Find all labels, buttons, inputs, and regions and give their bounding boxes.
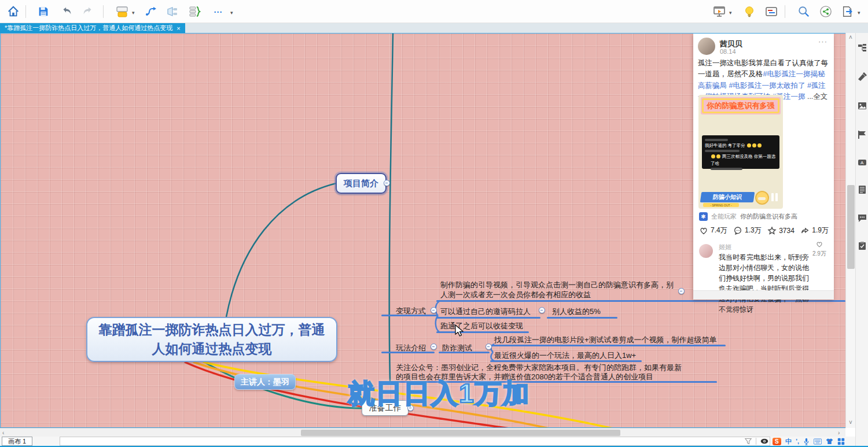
horizontal-scroll-thumb[interactable] [301,430,620,436]
topic-button[interactable] [113,3,131,20]
post-video-thumbnail[interactable]: 你的防骗意识有多强 我好牛逼的 考了零分 两三次都没及格 你第一题选了啥 防骗小… [698,95,783,209]
root-topic-label: 靠蹭孤注一掷防诈热点日入过万，普通人如何通过热点变现 [93,320,330,359]
tag-author: 全能玩家 [711,212,737,221]
branch-monetize-child2-sub[interactable]: 别人收益的5% [552,306,601,317]
document-tab[interactable]: *靠蹭孤注一掷防诈热点日入过万，普通人如何通过热点变现 × [0,23,185,33]
branch-play-sub1[interactable]: 找几段孤注一掷的电影片段+测试试卷剪成一个视频，制作超级简单 [494,335,717,345]
image-icon[interactable] [858,101,867,110]
topic-caret-icon[interactable]: ▾ [132,10,135,16]
intro-topic-node[interactable]: 项目简介 [336,173,387,194]
heart-icon [699,226,708,235]
watermark-text: 就日日入1万加 [348,376,531,412]
collapse-handle[interactable] [678,288,685,294]
video-banner-text: 你的防骗意识有多强 [702,98,779,113]
search-button[interactable] [795,3,812,20]
like-stat[interactable]: 7.4万 [699,226,727,235]
reference-post-panel: 茜贝贝 08.14 ··· 孤注一掷这电影我算是白看了认真做了每一道题，居然不及… [693,34,834,300]
collapse-handle[interactable] [486,343,492,350]
summary-button[interactable] [186,3,204,20]
ime-chinese-mode[interactable]: 中 [785,437,792,446]
comment-stat[interactable]: 1.3万 [733,226,762,235]
eye-icon[interactable] [760,438,768,444]
horizontal-scrollbar[interactable]: ‹ › [0,428,845,437]
scroll-down-icon[interactable]: ˅ [849,419,852,426]
idea-button[interactable] [741,3,758,20]
task-clipboard-icon[interactable] [858,241,867,250]
branch-monetize-child2[interactable]: 可以通过自己的邀请码拉人 [440,306,531,317]
sogou-logo-icon[interactable]: S [773,438,781,445]
tab-close-icon[interactable]: × [176,25,180,32]
collapse-handle[interactable] [431,307,437,313]
commenter-avatar[interactable] [699,244,713,258]
branch-monetize-child1[interactable]: 制作防骗的引导视频，引导观众点击测一测自己的防骗意识有多高，别人测一次或者充一次… [440,280,681,300]
note-button[interactable] [763,3,780,20]
scroll-right-icon[interactable]: › [838,430,840,436]
status-field[interactable] [60,437,770,446]
share-stat[interactable]: 1.9万 [800,226,829,235]
boundary-button[interactable] [164,3,181,20]
mindmap-canvas[interactable]: 变现方式 制作防骗的引导视频，引导观众点击测一测自己的防骗意识有多高，别人测一次… [0,33,845,428]
collapse-handle[interactable] [431,343,437,350]
notes-icon[interactable] [858,185,867,194]
redo-button[interactable] [79,3,97,20]
export-caret-icon[interactable]: ▾ [858,10,860,16]
toolbar-separator [103,5,104,18]
document-tab-title: *靠蹭孤注一掷防诈热点日入过万，普通人如何通过热点变现 [5,24,172,32]
presenter-label: 主讲人：墨羽 [241,377,289,387]
favorite-stat[interactable]: 3734 [767,226,795,235]
skin-tshirt-icon[interactable] [826,438,833,445]
root-topic-node[interactable]: 靠蹭孤注一掷防诈热点日入过万，普通人如何通过热点变现 [86,317,337,362]
video-comment2: 两三次都没及格 你第一题选了啥 [705,153,777,167]
status-bar: 画布 1 S 中 ’, [0,437,855,446]
toolbox-grid-icon[interactable] [837,438,845,445]
post-author-avatar[interactable] [698,38,715,55]
scroll-left-icon[interactable]: ‹ [2,430,4,436]
redo-icon [82,5,94,18]
comment-like-count: 2.9万 [812,250,826,258]
post-panel-footer [693,290,834,300]
scroll-up-icon[interactable]: ˄ [849,34,852,40]
marker-flag-icon[interactable] [858,130,867,139]
document-tabbar: *靠蹭孤注一掷防诈热点日入过万，普通人如何通过热点变现 × [0,23,868,33]
theme-brush-icon[interactable] [858,72,867,82]
pause-icon[interactable] [771,193,779,201]
presenter-node[interactable]: 主讲人：墨羽 [234,374,296,390]
canvas-tab-label: 画布 1 [8,437,26,446]
branch-play-sub2[interactable]: 最近很火爆的一个玩法，最高的人日入1w+ [494,350,636,361]
branch-monetize-label[interactable]: 变现方式 [396,306,426,316]
export-button[interactable] [839,3,856,20]
presentation-caret-icon[interactable]: ▾ [729,10,732,16]
microphone-icon[interactable] [803,438,810,445]
video-tag-row[interactable]: ✱ 全能玩家 你的防骗意识有多高 [699,212,830,221]
collapse-handle[interactable] [384,180,390,186]
structure-icon[interactable] [858,43,867,53]
presentation-button[interactable] [711,3,728,20]
more-icon: ··· [214,7,223,17]
keyboard-icon[interactable] [814,438,822,445]
home-button[interactable] [5,3,22,20]
more-tools-button[interactable]: ··· [209,3,227,20]
vertical-scrollbar[interactable]: ˄ ˅ [845,33,855,428]
commenter-name[interactable]: 姬姬 [719,243,731,252]
more-caret-icon[interactable]: ▾ [230,10,233,16]
undo-button[interactable] [58,3,75,20]
filter-funnel-icon[interactable] [745,438,752,445]
collapse-handle[interactable] [539,307,545,313]
vertical-scroll-thumb[interactable] [847,185,855,269]
save-button[interactable] [35,3,52,20]
canvas-tab[interactable]: 画布 1 [2,437,32,446]
branch-monetize-child3[interactable]: 跑通了之后可以收徒变现 [440,321,523,331]
post-more-icon[interactable]: ··· [818,37,827,46]
ime-punctuation-mode[interactable]: ’, [796,438,799,445]
game-badge-icon: ✱ [699,212,708,221]
sticker-label-icon[interactable]: A [858,158,867,167]
right-sidebar: A [855,33,868,446]
post-fulltext-link[interactable]: ...全文 [805,93,827,101]
branch-play-child[interactable]: 防诈测试 [442,343,472,353]
comment-like[interactable]: 2.9万 [812,241,826,258]
branch-play-label[interactable]: 玩法介绍 [396,343,426,353]
share-button[interactable] [817,3,834,20]
comment-bubble-icon[interactable] [858,213,867,223]
relationship-button[interactable] [142,3,160,20]
comment-meta-bar [705,139,728,141]
